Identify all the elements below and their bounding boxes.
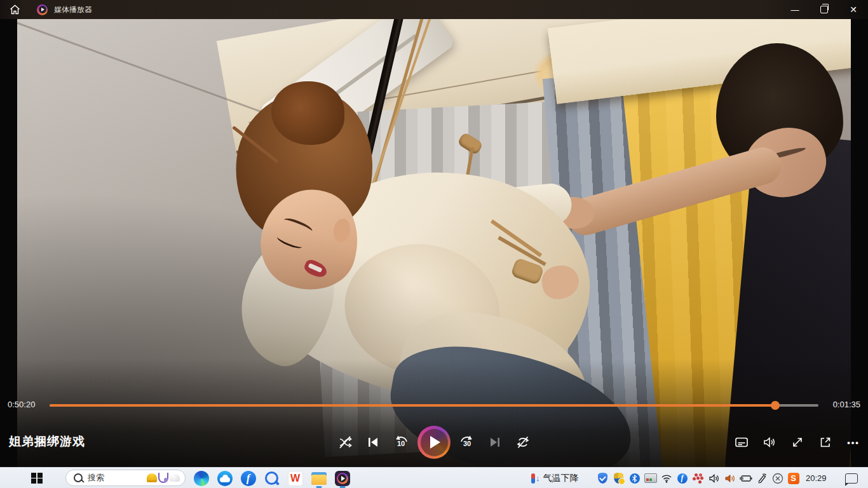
pc-manager-tray-button[interactable] (595, 468, 611, 488)
video-title: 姐弟捆绑游戏 (9, 433, 85, 450)
audio-manager-tray-button[interactable] (722, 468, 738, 488)
notification-center-button[interactable] (840, 468, 863, 488)
seek-thumb[interactable] (771, 401, 780, 410)
repeat-off-button[interactable] (512, 431, 534, 454)
wifi-tray-button[interactable] (658, 468, 674, 488)
speaker-outline-icon (709, 473, 720, 484)
hardhat-icon (147, 473, 157, 482)
flash-tray-button[interactable]: f (674, 468, 690, 488)
repeat-off-icon (515, 435, 531, 450)
search-placeholder: 搜索 (88, 472, 104, 484)
next-icon (488, 435, 502, 449)
home-button[interactable] (0, 0, 29, 19)
search-app-button[interactable] (260, 468, 283, 488)
wps-icon: W (288, 471, 303, 486)
system-volume-tray-button[interactable] (706, 468, 722, 488)
windows-logo-icon (31, 473, 43, 484)
wifi-icon (661, 473, 672, 483)
more-options-button[interactable]: ••• (842, 431, 865, 454)
baidu-netdisk-button[interactable] (213, 468, 236, 488)
defender-tray-button[interactable] (611, 468, 627, 488)
battery-tray-button[interactable] (738, 468, 754, 488)
edge-browser-button[interactable] (189, 468, 213, 488)
transport-controls: 10 30 (334, 419, 534, 465)
fullscreen-button[interactable] (786, 431, 809, 454)
flash-app-button[interactable]: f (236, 468, 260, 488)
edge-icon (194, 471, 209, 486)
skip-back-10-button[interactable]: 10 (390, 431, 412, 454)
speaker-filled-icon (724, 473, 736, 484)
time-remaining: 0:01:35 (833, 400, 860, 409)
fullscreen-icon (790, 435, 805, 450)
defender-shield-icon (614, 473, 623, 484)
media-player-app-icon (335, 471, 350, 486)
thermometer-icon: ↓ (531, 473, 540, 484)
bluetooth-tray-button[interactable] (627, 468, 642, 488)
shuffle-off-icon (337, 435, 353, 450)
close-button[interactable]: ✕ (839, 0, 868, 19)
baidu-netdisk-icon (217, 471, 233, 486)
taskbar-clock[interactable]: 20:29 (806, 468, 827, 488)
restore-icon (820, 6, 828, 13)
safely-remove-tray-button[interactable] (770, 468, 785, 488)
time-elapsed: 0:50:20 (8, 400, 35, 409)
next-button-disabled[interactable] (484, 431, 506, 454)
more-options-icon: ••• (847, 438, 860, 447)
chef-hat-icon (170, 474, 180, 482)
wps-office-button[interactable]: W (283, 468, 307, 488)
taskbar-apps: f W (189, 468, 354, 488)
printer-icon (644, 473, 657, 483)
captions-icon (734, 435, 749, 450)
play-icon (430, 436, 440, 449)
bluetooth-icon (630, 473, 640, 484)
search-icon (74, 473, 83, 482)
minimize-icon: — (791, 5, 799, 15)
volume-icon (762, 435, 777, 450)
seek-row: 0:50:20 0:01:35 (0, 398, 868, 413)
system-tray: f (595, 468, 801, 488)
weather-text: 气温下降 (543, 473, 579, 484)
shuffle-off-button[interactable] (334, 431, 356, 454)
weather-widget[interactable]: ↓ 气温下降 (531, 468, 579, 488)
search-highlight-icons (147, 473, 180, 483)
close-icon: ✕ (850, 4, 857, 15)
home-icon (10, 4, 20, 15)
media-player-taskbar-button[interactable] (330, 468, 354, 488)
printer-tray-button[interactable] (642, 468, 658, 488)
skip-forward-label: 30 (463, 440, 471, 447)
app-icon-media-player (37, 4, 48, 15)
play-ring (421, 429, 448, 456)
restore-button[interactable] (810, 0, 839, 19)
secondary-controls: ••• (730, 419, 865, 465)
volume-button[interactable] (758, 431, 781, 454)
eject-circle-icon (772, 473, 783, 484)
notification-bubble-icon (845, 473, 858, 484)
previous-icon (366, 435, 380, 449)
mini-player-button[interactable] (814, 431, 837, 454)
skip-back-label: 10 (397, 440, 405, 447)
minimize-button[interactable]: — (780, 0, 810, 19)
red-cluster-tray-button[interactable] (690, 468, 706, 488)
taskbar: 搜索 f W (0, 467, 868, 488)
player-controls: 姐弟捆绑游戏 10 (0, 419, 868, 465)
seek-fill (50, 404, 775, 407)
previous-button[interactable] (362, 431, 384, 454)
pen-tray-button[interactable] (754, 468, 770, 488)
mini-player-icon (818, 435, 833, 450)
captions-button[interactable] (730, 431, 753, 454)
search-box[interactable]: 搜索 (65, 470, 186, 486)
play-button[interactable] (417, 426, 451, 459)
sogou-icon: S (788, 473, 799, 484)
shield-check-icon (598, 473, 607, 484)
start-button[interactable] (25, 468, 48, 488)
skip-forward-30-button[interactable]: 30 (456, 431, 478, 454)
stethoscope-icon (158, 473, 168, 483)
pen-icon (757, 473, 767, 484)
flash-icon: f (241, 471, 256, 486)
window-title: 媒体播放器 (54, 4, 92, 15)
file-explorer-icon (311, 472, 327, 485)
seek-bar[interactable] (50, 404, 818, 407)
file-explorer-button[interactable] (307, 468, 330, 488)
sogou-input-tray-button[interactable]: S (785, 468, 801, 488)
red-cluster-icon (696, 477, 700, 480)
